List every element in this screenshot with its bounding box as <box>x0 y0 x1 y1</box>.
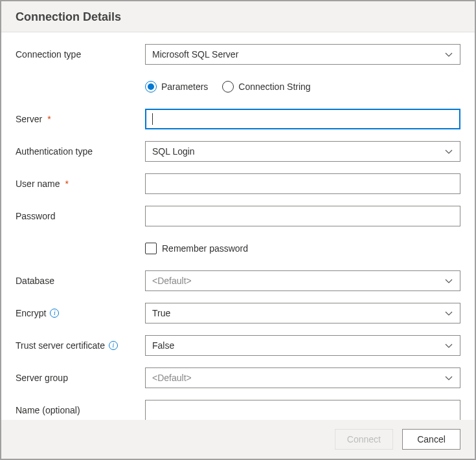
connection-details-dialog: Connection Details Connection type Micro… <box>0 0 476 460</box>
text-caret <box>152 113 153 125</box>
connection-type-value: Microsoft SQL Server <box>152 49 238 60</box>
encrypt-select[interactable]: True <box>145 303 460 323</box>
chevron-down-icon <box>444 373 453 382</box>
chevron-down-icon <box>444 276 453 285</box>
radio-connection-string-label: Connection String <box>238 82 310 92</box>
info-icon[interactable]: i <box>109 341 118 350</box>
checkbox-unchecked-icon <box>145 243 157 254</box>
encrypt-value: True <box>152 308 170 318</box>
user-name-input[interactable] <box>145 173 460 194</box>
dialog-title: Connection Details <box>1 1 475 32</box>
label-encrypt: Encrypt i <box>16 308 145 318</box>
cancel-button[interactable]: Cancel <box>402 429 460 450</box>
server-group-select[interactable]: <Default> <box>145 367 460 388</box>
label-user-name: User name * <box>16 179 145 189</box>
auth-type-select[interactable]: SQL Login <box>145 141 460 162</box>
database-value: <Default> <box>152 276 192 286</box>
auth-type-value: SQL Login <box>152 146 195 157</box>
name-optional-input[interactable] <box>145 400 460 420</box>
label-server: Server * <box>16 114 145 124</box>
label-auth-type: Authentication type <box>16 146 145 157</box>
server-input[interactable] <box>145 109 460 129</box>
label-password: Password <box>16 211 145 221</box>
dialog-body: Connection type Microsoft SQL Server Par… <box>1 32 475 420</box>
database-select[interactable]: <Default> <box>145 270 460 291</box>
info-icon[interactable]: i <box>50 309 59 318</box>
required-asterisk: * <box>65 179 68 189</box>
trust-cert-value: False <box>152 340 174 351</box>
server-group-value: <Default> <box>152 373 192 383</box>
remember-password-checkbox[interactable]: Remember password <box>145 243 460 254</box>
chevron-down-icon <box>444 309 453 318</box>
trust-cert-select[interactable]: False <box>145 335 460 356</box>
chevron-down-icon <box>444 341 453 350</box>
input-mode-radio-group: Parameters Connection String <box>145 81 460 93</box>
connect-button[interactable]: Connect <box>335 429 393 450</box>
label-name-optional: Name (optional) <box>16 405 145 415</box>
radio-connection-string[interactable]: Connection String <box>222 81 310 93</box>
remember-password-label: Remember password <box>162 243 248 254</box>
radio-unchecked-icon <box>222 81 234 93</box>
radio-parameters-label: Parameters <box>161 82 208 92</box>
required-asterisk: * <box>47 114 51 124</box>
password-input[interactable] <box>145 206 460 226</box>
dialog-footer: Connect Cancel <box>1 420 475 459</box>
chevron-down-icon <box>444 147 453 156</box>
radio-checked-icon <box>145 81 157 93</box>
connection-type-select[interactable]: Microsoft SQL Server <box>145 44 460 65</box>
label-server-group: Server group <box>16 373 145 383</box>
label-trust-cert: Trust server certificate i <box>16 340 145 351</box>
radio-parameters[interactable]: Parameters <box>145 81 208 93</box>
chevron-down-icon <box>444 50 453 59</box>
label-connection-type: Connection type <box>16 49 145 60</box>
label-database: Database <box>16 276 145 286</box>
